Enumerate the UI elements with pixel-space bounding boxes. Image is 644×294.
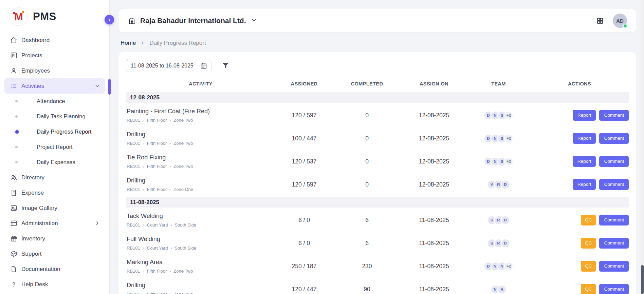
- gift-box-icon: [10, 235, 17, 242]
- team-more-badge[interactable]: +2: [504, 262, 513, 271]
- completed-value: 6: [333, 240, 401, 247]
- location-segment: RB101: [127, 164, 140, 169]
- chevron-down-icon: [251, 17, 257, 25]
- team-member-avatar[interactable]: R: [497, 285, 507, 294]
- team-more-badge[interactable]: +2: [504, 157, 513, 166]
- activity-title[interactable]: Tack Welding: [127, 213, 275, 220]
- assign-on-date: 12-08-2025: [401, 112, 467, 119]
- bullet-icon: [15, 161, 18, 163]
- breadcrumb-home[interactable]: Home: [121, 40, 136, 46]
- sidebar-item-support[interactable]: Support: [4, 246, 105, 261]
- location-segment: Zone Two: [173, 292, 193, 294]
- activity-title[interactable]: Drilling: [127, 282, 275, 289]
- report-button[interactable]: Report: [573, 133, 596, 144]
- row-actions: ReportComment: [530, 133, 629, 144]
- comment-button[interactable]: Comment: [599, 215, 629, 226]
- activity-title[interactable]: Full Welding: [127, 236, 275, 243]
- column-header-team: TEAM: [467, 81, 530, 86]
- sidebar-subitem-project-report[interactable]: Project Report: [0, 139, 109, 155]
- sidebar-item-documentation[interactable]: Documentation: [4, 261, 105, 277]
- sidebar-item-help-desk[interactable]: Help Desk: [4, 277, 105, 292]
- sidebar-item-inventory[interactable]: Inventory: [4, 231, 105, 246]
- report-button[interactable]: Report: [573, 110, 596, 121]
- chevron-right-icon: ›: [169, 269, 171, 273]
- comment-button[interactable]: Comment: [599, 133, 629, 144]
- group-date: 11-08-2025: [130, 199, 159, 206]
- sidebar-item-dashboard[interactable]: Dashboard: [4, 33, 105, 48]
- company-selector[interactable]: Raja Bahadur International Ltd.: [128, 17, 257, 25]
- qc-button[interactable]: QC: [581, 238, 596, 249]
- sidebar-item-expense[interactable]: Expense: [4, 185, 105, 200]
- qc-button[interactable]: QC: [581, 215, 596, 226]
- activity-location: RB101›Fifth Floor›Zone Two: [127, 118, 275, 123]
- activity-location: RB101›Court Yard›South Side: [127, 246, 275, 251]
- user-avatar[interactable]: AD: [613, 14, 627, 28]
- scrollbar-thumb[interactable]: [641, 265, 644, 294]
- page-scrollbar[interactable]: [641, 0, 644, 294]
- completed-value: 230: [333, 263, 401, 270]
- activity-row: Drilling RB101›Fifth Floor›Zone Two 120 …: [126, 278, 629, 294]
- activity-location: RB101›Fifth Floor›Zone Two: [127, 141, 275, 146]
- sidebar-item-employees[interactable]: Employees: [4, 63, 105, 78]
- chevron-right-icon: ›: [169, 118, 171, 122]
- activity-location: RB101›Court Yard›South Side: [127, 222, 275, 228]
- team-member-avatar[interactable]: D: [501, 216, 510, 225]
- location-segment: Zone Two: [173, 118, 193, 123]
- sidebar-item-image-gallery[interactable]: Image Gallary: [4, 200, 105, 216]
- daily-progress-report-card: 11-08-2025 to 16-08-2025 ACTIVITY ASSIGN…: [119, 52, 636, 294]
- sidebar-item-projects[interactable]: Projects: [4, 48, 105, 63]
- activity-row: Full Welding RB101›Court Yard›South Side…: [126, 232, 629, 255]
- sidebar-collapse-button[interactable]: [105, 15, 114, 24]
- qc-button[interactable]: QC: [581, 284, 596, 294]
- comment-button[interactable]: Comment: [599, 156, 629, 167]
- calendar-icon: [200, 62, 207, 69]
- app-logo: M PMS: [0, 0, 109, 33]
- activity-row: Tie Rod Fixing RB101›Fifth Floor›Zone Tw…: [126, 150, 629, 173]
- activity-title[interactable]: Drilling: [127, 131, 275, 138]
- assign-on-date: 11-08-2025: [401, 217, 467, 224]
- team-avatars: DNS+2: [467, 111, 530, 120]
- assigned-value: 250 / 187: [275, 263, 333, 270]
- sidebar-item-directory[interactable]: Directory: [4, 170, 105, 185]
- sidebar-item-activities[interactable]: Activities: [4, 78, 105, 94]
- report-button[interactable]: Report: [573, 156, 596, 167]
- bullet-icon: [15, 115, 18, 118]
- location-segment: Fifth Floor: [147, 292, 167, 294]
- pms-logo-icon: M: [10, 7, 28, 26]
- qc-button[interactable]: QC: [581, 261, 596, 272]
- chevron-right-icon: ›: [143, 292, 144, 294]
- report-button[interactable]: Report: [573, 179, 596, 190]
- column-header-actions: ACTIONS: [530, 81, 629, 86]
- activity-row: Tack Welding RB101›Court Yard›South Side…: [126, 209, 629, 232]
- question-mark-icon: [10, 281, 17, 288]
- activity-title[interactable]: Marking Area: [127, 259, 275, 266]
- team-more-badge[interactable]: +2: [504, 134, 513, 143]
- comment-button[interactable]: Comment: [599, 238, 629, 249]
- comment-button[interactable]: Comment: [599, 284, 629, 294]
- topbar: Raja Bahadur International Ltd. AD: [119, 9, 636, 32]
- activity-title[interactable]: Drilling: [127, 177, 275, 184]
- sidebar-item-administration[interactable]: Administration: [4, 216, 105, 231]
- comment-button[interactable]: Comment: [599, 179, 629, 190]
- completed-value: 0: [333, 135, 401, 142]
- team-member-avatar[interactable]: D: [501, 239, 510, 248]
- apps-grid-icon[interactable]: [596, 17, 604, 25]
- date-range-input[interactable]: 11-08-2025 to 16-08-2025: [126, 59, 211, 72]
- bullet-icon: [15, 146, 18, 148]
- assigned-value: 120 / 597: [275, 181, 333, 188]
- sidebar-subitem-daily-progress-report[interactable]: Daily Progress Report: [0, 124, 109, 139]
- comment-button[interactable]: Comment: [599, 110, 629, 121]
- completed-value: 0: [333, 181, 401, 188]
- activity-title[interactable]: Tie Rod Fixing: [127, 154, 275, 161]
- team-member-avatar[interactable]: D: [501, 180, 510, 189]
- location-segment: Zone Two: [173, 141, 193, 146]
- team-avatars: SRD: [467, 216, 530, 225]
- sidebar-subitem-daily-expenses[interactable]: Daily Expenses: [0, 155, 109, 170]
- active-section-indicator: [108, 79, 111, 95]
- comment-button[interactable]: Comment: [599, 261, 629, 272]
- filter-icon[interactable]: [222, 62, 229, 70]
- sidebar-subitem-attendance[interactable]: Attendance: [0, 94, 109, 109]
- sidebar-subitem-daily-task-planning[interactable]: Daily Task Planning: [0, 109, 109, 124]
- team-more-badge[interactable]: +2: [504, 111, 513, 120]
- activity-title[interactable]: Painting - First Coat (Fire Red): [127, 108, 275, 115]
